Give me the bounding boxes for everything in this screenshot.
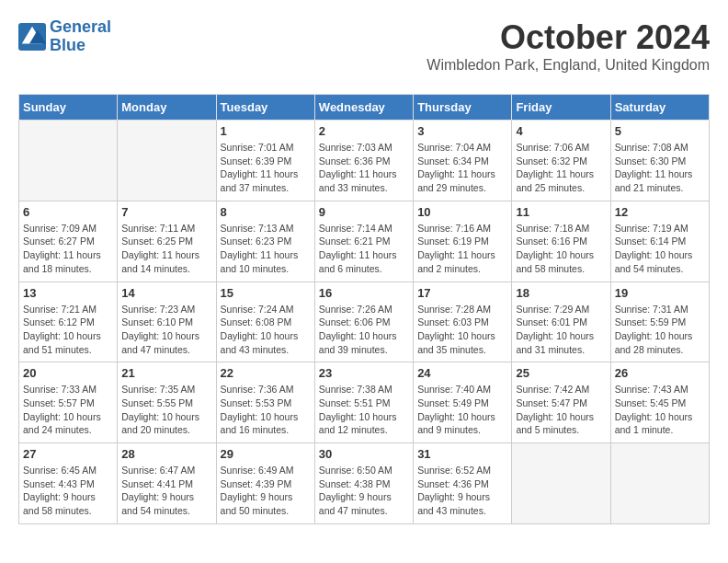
calendar-cell: 30Sunrise: 6:50 AM Sunset: 4:38 PM Dayli… (314, 443, 413, 524)
calendar-cell: 11Sunrise: 7:18 AM Sunset: 6:16 PM Dayli… (512, 201, 610, 282)
logo: General Blue (18, 18, 111, 55)
calendar-cell: 1Sunrise: 7:01 AM Sunset: 6:39 PM Daylig… (216, 121, 314, 201)
day-info: Sunrise: 7:40 AM Sunset: 5:49 PM Dayligh… (417, 383, 507, 437)
day-info: Sunrise: 7:18 AM Sunset: 6:16 PM Dayligh… (516, 222, 606, 276)
day-number: 7 (121, 205, 211, 219)
calendar-cell: 28Sunrise: 6:47 AM Sunset: 4:41 PM Dayli… (118, 443, 216, 524)
calendar-cell: 9Sunrise: 7:14 AM Sunset: 6:21 PM Daylig… (314, 201, 413, 282)
day-info: Sunrise: 7:16 AM Sunset: 6:19 PM Dayligh… (417, 222, 507, 276)
day-info: Sunrise: 7:06 AM Sunset: 6:32 PM Dayligh… (516, 141, 606, 195)
day-info: Sunrise: 7:28 AM Sunset: 6:03 PM Dayligh… (417, 303, 507, 357)
weekday-header: Monday (118, 95, 216, 121)
calendar-cell (512, 443, 610, 524)
calendar-cell: 31Sunrise: 6:52 AM Sunset: 4:36 PM Dayli… (414, 443, 512, 524)
day-number: 4 (516, 124, 606, 138)
day-info: Sunrise: 7:31 AM Sunset: 5:59 PM Dayligh… (615, 303, 705, 357)
day-info: Sunrise: 7:42 AM Sunset: 5:47 PM Dayligh… (516, 383, 606, 437)
calendar-cell: 6Sunrise: 7:09 AM Sunset: 6:27 PM Daylig… (19, 201, 118, 282)
day-number: 29 (221, 447, 311, 461)
calendar-cell: 14Sunrise: 7:23 AM Sunset: 6:10 PM Dayli… (118, 282, 216, 362)
calendar-cell: 2Sunrise: 7:03 AM Sunset: 6:36 PM Daylig… (314, 121, 413, 201)
calendar-cell: 17Sunrise: 7:28 AM Sunset: 6:03 PM Dayli… (414, 282, 512, 362)
calendar-week-row: 1Sunrise: 7:01 AM Sunset: 6:39 PM Daylig… (19, 121, 710, 201)
day-info: Sunrise: 7:04 AM Sunset: 6:34 PM Dayligh… (417, 141, 507, 195)
calendar-cell: 8Sunrise: 7:13 AM Sunset: 6:23 PM Daylig… (216, 201, 314, 282)
calendar-cell: 7Sunrise: 7:11 AM Sunset: 6:25 PM Daylig… (118, 201, 216, 282)
day-info: Sunrise: 7:19 AM Sunset: 6:14 PM Dayligh… (615, 222, 705, 276)
day-number: 21 (121, 366, 211, 380)
logo-line2: Blue (50, 37, 111, 55)
day-number: 11 (516, 205, 606, 219)
day-number: 23 (319, 366, 409, 380)
logo-icon (18, 23, 46, 51)
calendar-cell: 20Sunrise: 7:33 AM Sunset: 5:57 PM Dayli… (19, 362, 118, 443)
calendar-week-row: 13Sunrise: 7:21 AM Sunset: 6:12 PM Dayli… (19, 282, 710, 362)
day-info: Sunrise: 6:45 AM Sunset: 4:43 PM Dayligh… (23, 464, 113, 518)
day-info: Sunrise: 7:36 AM Sunset: 5:53 PM Dayligh… (221, 383, 311, 437)
day-info: Sunrise: 7:33 AM Sunset: 5:57 PM Dayligh… (23, 383, 113, 437)
day-number: 24 (417, 366, 507, 380)
calendar-cell: 26Sunrise: 7:43 AM Sunset: 5:45 PM Dayli… (610, 362, 709, 443)
day-info: Sunrise: 7:11 AM Sunset: 6:25 PM Dayligh… (121, 222, 211, 276)
day-number: 22 (221, 366, 311, 380)
day-info: Sunrise: 7:08 AM Sunset: 6:30 PM Dayligh… (615, 141, 705, 195)
calendar-cell (610, 443, 709, 524)
calendar-week-row: 6Sunrise: 7:09 AM Sunset: 6:27 PM Daylig… (19, 201, 710, 282)
day-number: 19 (615, 286, 705, 300)
day-number: 9 (319, 205, 409, 219)
calendar-cell: 4Sunrise: 7:06 AM Sunset: 6:32 PM Daylig… (512, 121, 610, 201)
day-info: Sunrise: 7:01 AM Sunset: 6:39 PM Dayligh… (221, 141, 311, 195)
day-number: 31 (417, 447, 507, 461)
weekday-header: Tuesday (216, 95, 314, 121)
day-number: 12 (615, 205, 705, 219)
day-number: 3 (417, 124, 507, 138)
day-number: 27 (23, 447, 113, 461)
day-number: 16 (319, 286, 409, 300)
title-section: October 2024 Wimbledon Park, England, Un… (427, 18, 710, 83)
calendar-cell: 15Sunrise: 7:24 AM Sunset: 6:08 PM Dayli… (216, 282, 314, 362)
day-number: 10 (417, 205, 507, 219)
day-info: Sunrise: 7:21 AM Sunset: 6:12 PM Dayligh… (23, 303, 113, 357)
day-info: Sunrise: 7:23 AM Sunset: 6:10 PM Dayligh… (121, 303, 211, 357)
day-info: Sunrise: 7:38 AM Sunset: 5:51 PM Dayligh… (319, 383, 409, 437)
day-number: 5 (615, 124, 705, 138)
day-info: Sunrise: 7:35 AM Sunset: 5:55 PM Dayligh… (121, 383, 211, 437)
day-info: Sunrise: 7:14 AM Sunset: 6:21 PM Dayligh… (319, 222, 409, 276)
day-info: Sunrise: 7:29 AM Sunset: 6:01 PM Dayligh… (516, 303, 606, 357)
day-number: 15 (221, 286, 311, 300)
weekday-header: Sunday (19, 95, 118, 121)
calendar-cell: 21Sunrise: 7:35 AM Sunset: 5:55 PM Dayli… (118, 362, 216, 443)
day-info: Sunrise: 7:26 AM Sunset: 6:06 PM Dayligh… (319, 303, 409, 357)
calendar-cell: 27Sunrise: 6:45 AM Sunset: 4:43 PM Dayli… (19, 443, 118, 524)
day-number: 25 (516, 366, 606, 380)
calendar-cell: 29Sunrise: 6:49 AM Sunset: 4:39 PM Dayli… (216, 443, 314, 524)
day-number: 20 (23, 366, 113, 380)
calendar-cell: 18Sunrise: 7:29 AM Sunset: 6:01 PM Dayli… (512, 282, 610, 362)
day-number: 14 (121, 286, 211, 300)
calendar-week-row: 27Sunrise: 6:45 AM Sunset: 4:43 PM Dayli… (19, 443, 710, 524)
day-number: 26 (615, 366, 705, 380)
calendar-cell (118, 121, 216, 201)
calendar-table: SundayMondayTuesdayWednesdayThursdayFrid… (18, 94, 710, 524)
day-info: Sunrise: 6:52 AM Sunset: 4:36 PM Dayligh… (417, 464, 507, 518)
day-number: 30 (319, 447, 409, 461)
day-number: 17 (417, 286, 507, 300)
day-info: Sunrise: 7:43 AM Sunset: 5:45 PM Dayligh… (615, 383, 705, 437)
calendar-cell: 12Sunrise: 7:19 AM Sunset: 6:14 PM Dayli… (610, 201, 709, 282)
calendar-header-row: SundayMondayTuesdayWednesdayThursdayFrid… (19, 95, 710, 121)
day-number: 1 (221, 124, 311, 138)
calendar-cell: 25Sunrise: 7:42 AM Sunset: 5:47 PM Dayli… (512, 362, 610, 443)
day-info: Sunrise: 6:49 AM Sunset: 4:39 PM Dayligh… (221, 464, 311, 518)
calendar-cell: 16Sunrise: 7:26 AM Sunset: 6:06 PM Dayli… (314, 282, 413, 362)
weekday-header: Wednesday (314, 95, 413, 121)
day-info: Sunrise: 7:03 AM Sunset: 6:36 PM Dayligh… (319, 141, 409, 195)
location-title: Wimbledon Park, England, United Kingdom (427, 57, 710, 74)
calendar-week-row: 20Sunrise: 7:33 AM Sunset: 5:57 PM Dayli… (19, 362, 710, 443)
day-number: 28 (121, 447, 211, 461)
weekday-header: Thursday (414, 95, 512, 121)
day-info: Sunrise: 7:24 AM Sunset: 6:08 PM Dayligh… (221, 303, 311, 357)
calendar-cell: 23Sunrise: 7:38 AM Sunset: 5:51 PM Dayli… (314, 362, 413, 443)
day-info: Sunrise: 6:50 AM Sunset: 4:38 PM Dayligh… (319, 464, 409, 518)
calendar-cell: 3Sunrise: 7:04 AM Sunset: 6:34 PM Daylig… (414, 121, 512, 201)
calendar-cell: 13Sunrise: 7:21 AM Sunset: 6:12 PM Dayli… (19, 282, 118, 362)
